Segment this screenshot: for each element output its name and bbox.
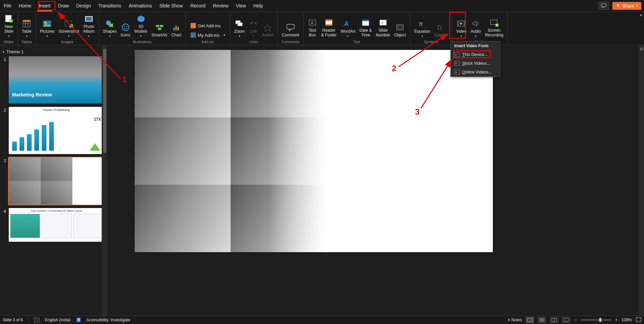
tab-animations[interactable]: Animations — [125, 0, 156, 11]
date-time-button[interactable]: Date & Time — [358, 16, 374, 39]
photo-album-button[interactable]: Photo Album ▾ — [81, 12, 97, 39]
tab-draw[interactable]: Draw — [54, 0, 73, 11]
tab-insert[interactable]: Insert — [35, 0, 54, 11]
equation-button[interactable]: π Equation ▾ — [412, 17, 432, 39]
audio-button[interactable]: Audio ▾ — [469, 17, 483, 39]
wordart-button[interactable]: A WordArt ▾ — [339, 17, 358, 39]
comment-button[interactable]: Comment — [280, 21, 301, 39]
slide-thumbnail-2[interactable]: Impact of Marketing 17X — [9, 107, 104, 154]
annotation-label-3: 3 — [415, 107, 419, 117]
accessibility-icon: ♿ — [76, 318, 81, 322]
store-icon — [191, 23, 196, 28]
svg-rect-20 — [160, 25, 163, 27]
tab-review[interactable]: Review — [209, 0, 232, 11]
text-box-button[interactable]: A Text Box — [306, 16, 319, 39]
chart-icon — [172, 22, 181, 32]
svg-point-16 — [122, 24, 129, 31]
annotation-label-2: 2 — [392, 64, 396, 73]
tab-transitions[interactable]: Transitions — [95, 0, 125, 11]
svg-rect-0 — [601, 4, 606, 7]
tab-help[interactable]: Help — [250, 0, 267, 11]
zoom-button[interactable]: Zoom ▾ — [232, 17, 247, 39]
zoom-slider[interactable] — [581, 319, 611, 321]
chart-button[interactable]: Chart — [169, 21, 183, 39]
spellcheck-icon[interactable]: □ — [34, 318, 39, 322]
notes-toggle[interactable]: ≡Notes — [508, 318, 522, 322]
smartart-icon — [155, 22, 164, 32]
icons-button[interactable]: Icons — [118, 21, 132, 39]
section-header[interactable]: ▾ Theme 1 — [1, 47, 104, 56]
status-language[interactable]: English (India) — [45, 318, 71, 322]
film-icon — [454, 52, 460, 57]
fit-to-window-button[interactable] — [636, 317, 641, 323]
screenshot-button[interactable]: Screenshot ▾ — [57, 17, 81, 39]
collapse-triangle-icon: ▾ — [3, 50, 4, 54]
group-comments-label: Comments — [280, 39, 301, 45]
tab-slideshow[interactable]: Slide Show — [156, 0, 187, 11]
zoom-out-button[interactable]: − — [574, 318, 577, 322]
get-addins-button[interactable]: Get Add-ins — [188, 22, 228, 30]
pictures-button[interactable]: Pictures ▾ — [38, 17, 57, 39]
slide-thumbnail-1[interactable]: Marketing Review — [9, 56, 104, 104]
tab-file[interactable]: File — [0, 0, 15, 11]
symbol-button: Ω Symbol — [432, 21, 450, 39]
ribbon-insert: New Slide ▾ Slides Table ▾ Tables Pictur… — [0, 11, 644, 45]
object-label: Object — [394, 33, 406, 38]
3d-models-label: 3D Models — [134, 25, 147, 34]
smartart-button[interactable]: SmartArt — [149, 21, 169, 39]
video-menu-online-videos[interactable]: Online Videos... — [451, 68, 500, 77]
slide-canvas[interactable] — [135, 50, 493, 252]
view-slideshow-button[interactable] — [562, 317, 570, 323]
slide-canvas-area — [107, 45, 644, 316]
wordart-icon: A — [343, 19, 353, 29]
tab-record[interactable]: Record — [187, 0, 209, 11]
group-symbols-label: Symbols — [412, 39, 450, 45]
view-sorter-button[interactable] — [538, 317, 546, 323]
header-footer-icon — [324, 18, 334, 28]
film-icon — [454, 70, 460, 75]
object-button[interactable]: Object — [392, 21, 408, 39]
zoom-percent[interactable]: 109% — [621, 318, 632, 322]
screen-recording-button[interactable]: Screen Recording — [483, 16, 505, 39]
video-menu-stock-videos[interactable]: Stock Videos... — [451, 59, 500, 68]
3d-models-button[interactable]: 3D Models ▾ — [132, 12, 149, 39]
group-images-label: Images — [38, 39, 97, 45]
svg-rect-4 — [23, 20, 30, 22]
video-button[interactable]: Video ▾ — [454, 17, 468, 39]
ribbon-collapse-chevron-icon[interactable]: ▾ — [640, 13, 642, 18]
shapes-button[interactable]: Shapes ▾ — [101, 17, 119, 39]
slide-number-button[interactable]: # Slide Number — [374, 16, 392, 39]
tab-view[interactable]: View — [232, 0, 250, 11]
view-reading-button[interactable] — [550, 317, 558, 323]
screenshot-icon — [64, 19, 73, 29]
table-button[interactable]: Table ▾ — [20, 17, 34, 39]
thumb-number: 4 — [1, 208, 6, 242]
tab-design[interactable]: Design — [73, 0, 95, 11]
group-links-label: Links — [232, 39, 275, 45]
share-button[interactable]: Share ▾ — [612, 2, 641, 10]
slide-thumbnail-3[interactable] — [9, 157, 104, 205]
thumbnails-scrollbar[interactable] — [102, 45, 107, 316]
zoom-in-button[interactable]: + — [615, 318, 617, 322]
zoom-label: Zoom — [234, 29, 245, 34]
svg-rect-21 — [158, 28, 161, 30]
canvas-scrollbar-vertical[interactable] — [639, 45, 644, 316]
header-footer-button[interactable]: Header & Footer — [319, 16, 339, 39]
video-menu-this-device[interactable]: This Device... — [451, 50, 500, 59]
my-addins-button[interactable]: My Add-ins▾ — [188, 31, 228, 39]
new-slide-icon — [4, 14, 13, 24]
screenshot-label: Screenshot — [59, 29, 79, 34]
status-accessibility[interactable]: Accessibility: Investigate — [87, 318, 130, 322]
svg-rect-51 — [542, 320, 544, 322]
svg-rect-26 — [238, 23, 242, 26]
svg-rect-23 — [175, 26, 177, 30]
video-menu-header: Insert Video From — [451, 41, 500, 50]
tab-home[interactable]: Home — [15, 0, 35, 11]
status-slide-count[interactable]: Slide 3 of 6 — [3, 318, 23, 322]
svg-rect-47 — [528, 318, 532, 322]
slide-thumbnail-4[interactable]: Key Enablers Contributing 50 Million Eur… — [9, 208, 104, 242]
screen-recording-icon — [489, 18, 499, 28]
comments-pane-icon[interactable] — [598, 2, 609, 10]
new-slide-button[interactable]: New Slide ▾ — [2, 12, 15, 39]
view-normal-button[interactable] — [526, 317, 534, 323]
